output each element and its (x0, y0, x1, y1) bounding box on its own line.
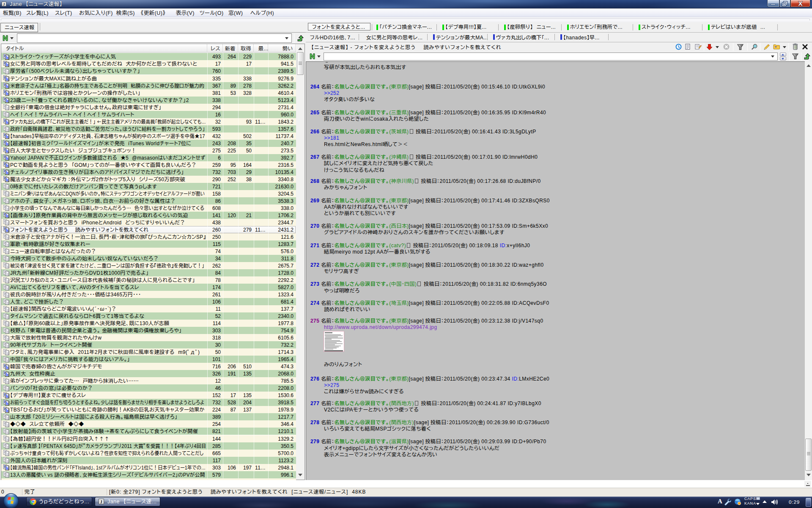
svg-text:*: * (775, 45, 777, 49)
